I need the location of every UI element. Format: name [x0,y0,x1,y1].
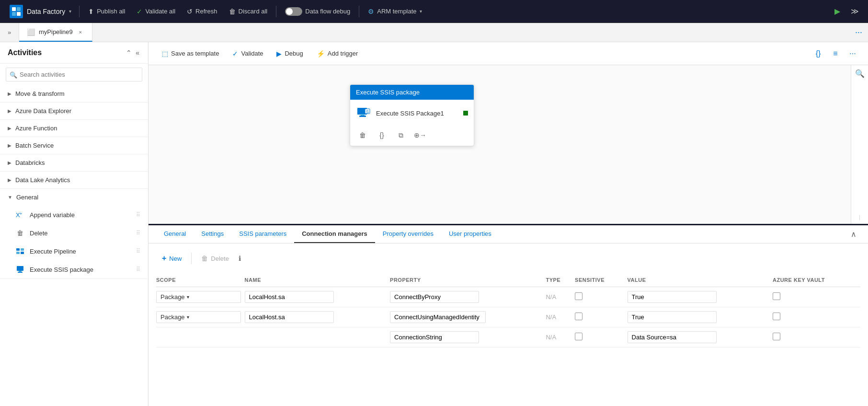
value-input-3[interactable] [628,331,717,343]
sensitive-checkbox-3[interactable] [575,333,582,340]
svg-rect-11 [18,272,23,273]
azure-kv-checkbox-1[interactable] [773,292,780,300]
tab-connection-managers[interactable]: Connection managers [294,225,375,243]
card-code-icon: {} [379,131,384,139]
value-input-2[interactable] [628,311,717,323]
group-azure-function: ▶ Azure Function [0,120,148,137]
code-view-btn[interactable]: {} [811,46,826,61]
row3-value [628,327,773,348]
row1-value [628,287,773,307]
col-azure-key-vault: AZURE KEY VAULT [773,273,860,287]
activity-execute-pipeline[interactable]: Execute Pipeline ⠿ [0,242,148,260]
panel-content: + New 🗑 Delete ℹ SCOPE NAME [148,244,868,406]
delete-trash-icon: 🗑 [201,255,208,262]
info-icon[interactable]: ℹ [239,255,241,262]
tab-general[interactable]: General [156,225,194,243]
delete-label: Delete [211,255,229,262]
discard-all-btn[interactable]: 🗑 Discard all [224,6,273,17]
type-value-1: N/A [546,293,556,301]
refresh-btn[interactable]: ↺ Refresh [182,6,222,17]
new-btn[interactable]: + New [156,251,187,266]
validate-all-btn[interactable]: ✓ Validate all [132,6,180,17]
group-batch-service-header[interactable]: ▶ Batch Service [0,137,148,154]
debug-label: Debug [285,50,303,57]
activity-delete[interactable]: 🗑 Delete ⠿ [0,224,148,242]
name-input-2[interactable] [245,311,334,323]
collapse-up-icon[interactable]: ⌃ [125,48,133,58]
search-input[interactable] [6,68,142,81]
row1-name [245,287,390,307]
toolbar-more-btn[interactable]: ··· [845,46,860,61]
sensitive-checkbox-1[interactable] [575,292,582,300]
tab-settings[interactable]: Settings [194,225,231,243]
pipeline-tab[interactable]: ⬜ myPipeline9 × [19,23,92,42]
tab-expand-btn[interactable]: » [0,23,19,42]
activity-card-name: Execute SSIS Package1 [376,110,458,117]
activity-card[interactable]: Execute SSIS package S Execute SSIS Pack… [350,84,474,146]
azure-kv-checkbox-3[interactable] [773,333,780,340]
arm-template-btn[interactable]: ⚙ ARM template ▾ [363,6,426,17]
activity-append-variable[interactable]: X + Append variable ⠿ [0,206,148,224]
debug-play-icon: ▶ [276,50,282,58]
tab-user-properties[interactable]: User properties [441,225,499,243]
save-template-btn[interactable]: ⬚ Save as template [156,47,225,60]
row3-scope [156,327,245,348]
group-databricks-header[interactable]: ▶ Databricks [0,154,148,171]
debug-toggle[interactable] [285,7,302,16]
card-copy-btn[interactable]: ⧉ [394,128,408,142]
tab-ssis-params[interactable]: SSIS parameters [231,225,294,243]
group-azure-explorer-header[interactable]: ▶ Azure Data Explorer [0,103,148,119]
brand-area[interactable]: Data Factory ▾ [6,3,75,20]
row1-scope: Package ▾ [156,287,245,307]
panel-collapse-btn[interactable]: ∧ [847,228,860,241]
azure-kv-checkbox-2[interactable] [773,313,780,320]
action-row: + New 🗑 Delete ℹ [156,251,860,266]
card-delete-icon: 🗑 [359,131,366,139]
col-scope: SCOPE [156,273,245,287]
group-data-lake-header[interactable]: ▶ Data Lake Analytics [0,172,148,188]
collapse-left-icon[interactable]: « [135,48,140,58]
card-connect-btn[interactable]: ⊕→ [413,128,427,142]
canvas-search-icon[interactable]: 🔍 [855,69,865,78]
group-azure-explorer-label: Azure Data Explorer [15,107,71,115]
group-azure-function-header[interactable]: ▶ Azure Function [0,120,148,137]
property-input-1[interactable] [390,291,479,303]
row1-sensitive [575,287,627,307]
collapse-right-btn[interactable]: ≫ [847,4,862,19]
sensitive-checkbox-2[interactable] [575,313,582,320]
play-btn[interactable]: ▶ [830,4,845,19]
scope-select-2[interactable]: Package ▾ [156,311,241,323]
scope-chevron-2: ▾ [187,314,189,320]
value-input-1[interactable] [628,291,717,303]
group-move-transform-header[interactable]: ▶ Move & transform [0,85,148,102]
settings-view-btn[interactable]: ≡ [828,46,843,61]
canvas[interactable]: Execute SSIS package S Execute SSIS Pack… [148,65,868,224]
chevron-right-icon5: ▶ [8,160,11,165]
debug-btn[interactable]: ▶ Debug [271,47,308,60]
property-input-3[interactable] [390,331,479,343]
chevron-right-icon2: ▶ [8,108,11,114]
group-general-header[interactable]: ▼ General [0,189,148,206]
debug-toggle-area[interactable]: Data flow debug [280,5,355,18]
property-input-2[interactable] [390,311,486,323]
add-trigger-btn[interactable]: ⚡ Add trigger [311,47,364,60]
refresh-label: Refresh [195,8,217,15]
card-delete-btn[interactable]: 🗑 [356,128,369,142]
row2-type: N/A [546,307,575,327]
scope-select-1[interactable]: Package ▾ [156,291,241,303]
name-input-1[interactable] [245,291,334,303]
validate-btn[interactable]: ✓ Validate [227,47,269,60]
card-code-btn[interactable]: {} [375,128,388,142]
activity-execute-ssis[interactable]: Execute SSIS package ⠿ [0,260,148,278]
delete-btn[interactable]: 🗑 Delete [195,252,235,265]
tab-close-btn[interactable]: × [77,28,84,36]
tab-more-btn[interactable]: ··· [849,23,868,42]
group-general-label: General [16,194,38,201]
svg-rect-8 [16,252,20,254]
tab-property-overrides[interactable]: Property overrides [375,225,441,243]
publish-all-btn[interactable]: ⬆ Publish all [83,6,130,17]
validate-icon: ✓ [137,8,142,15]
chevron-right-icon6: ▶ [8,177,11,183]
debug-label: Data flow debug [305,8,350,15]
table-header-row: SCOPE NAME PROPERTY TYPE SENSITIVE VALUE… [156,273,860,287]
